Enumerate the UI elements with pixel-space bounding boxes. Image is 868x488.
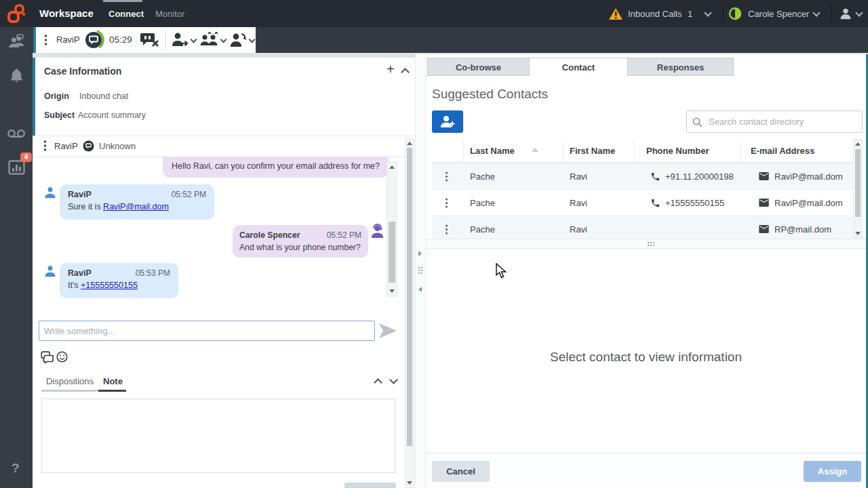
inbound-calls-label[interactable]: Inbound Calls [628,9,682,19]
scroll-up-icon[interactable] [407,142,412,145]
interaction-toolbar: RaviP 05:29 [33,27,256,53]
tab-underline-active [98,390,126,392]
interaction-menu-kebab-icon[interactable] [44,35,47,45]
scroll-down-icon[interactable] [389,289,395,293]
chat-scrollbar[interactable] [387,161,397,297]
row-menu-kebab-icon[interactable] [445,198,448,208]
app-title: Workspace [39,7,94,19]
table-scrollbar[interactable] [853,139,863,239]
col-header-phone[interactable]: Phone Number [646,146,709,156]
phone-icon [650,171,660,182]
voicemail-icon[interactable] [7,128,26,140]
consult-chevron-icon[interactable] [249,37,256,43]
empty-state-text: Select contact to view information [426,350,866,365]
chat-party-status: Unknown [99,141,136,151]
row-menu-kebab-icon[interactable] [445,171,448,182]
panel-footer: Cancel Assign [426,453,866,488]
toolbar-separator [165,30,166,49]
client-avatar-icon [43,264,57,278]
interaction-party-name: RaviP [56,35,80,45]
scroll-down-icon[interactable] [407,481,412,485]
splitter-grip-icon[interactable] [418,267,420,268]
send-icon[interactable] [377,321,399,340]
conference-icon[interactable] [199,32,220,49]
collapse-right-icon[interactable] [418,251,422,256]
table-row[interactable]: Pache Ravi RP@mail.dom [432,216,853,239]
user-menu-chevron-icon[interactable] [812,9,820,16]
transfer-chevron-icon[interactable] [191,37,197,43]
case-info-add-icon[interactable]: + [387,62,395,77]
notifications-bell-icon[interactable] [9,66,24,84]
chat-message-text: It's [68,281,81,290]
row-menu-kebab-icon[interactable] [445,224,448,235]
divider [33,136,415,136]
tab-responses[interactable]: Responses [627,58,734,76]
scroll-up-icon[interactable] [389,165,395,169]
note-textarea[interactable] [41,399,395,473]
inbound-calls-chevron-icon[interactable] [704,9,711,16]
transfer-icon[interactable] [171,32,189,49]
panel-scrollbar[interactable] [405,138,414,488]
chat-message-input[interactable] [39,321,375,341]
cell-phone: +91.11.20000198 [665,171,734,182]
table-row[interactable]: Pache Ravi +91.11.20000198 RaviP@mail.do… [432,163,853,190]
agent-profile-icon[interactable] [838,6,853,21]
client-avatar-icon [43,186,57,199]
chat-scrollbar-thumb[interactable] [389,222,395,283]
help-button[interactable]: ? [12,461,20,476]
conference-chevron-icon[interactable] [220,37,227,43]
tab-note[interactable]: Note [103,376,123,386]
col-header-first-name[interactable]: First Name [570,146,615,156]
interaction-panel: Case Information + Origin Inbound chat S… [33,58,415,488]
top-nav: Workspace Connect Monitor Inbound Calls … [0,0,868,27]
panel-splitter-vertical[interactable] [415,54,426,488]
agent-avatar-icon [370,222,385,239]
col-header-last-name[interactable]: Last Name [470,146,515,156]
table-scrollbar-thumb[interactable] [855,149,861,217]
col-header-email[interactable]: E-mail Address [751,146,814,156]
collapse-left-icon[interactable] [418,287,422,292]
search-icon [692,117,703,128]
performance-icon[interactable] [8,160,25,175]
table-row[interactable]: Pache Ravi +15555550155 RaviP@mail.dom [432,190,853,216]
panel-scrollbar-thumb[interactable] [407,148,412,446]
scroll-up-icon[interactable] [855,142,861,146]
tab-cobrowse[interactable]: Co-browse [427,58,530,76]
chat-message-author: RaviP [68,190,92,199]
save-note-button-partial[interactable] [344,483,396,488]
cell-first-name: Ravi [570,198,587,208]
cell-email: RaviP@mail.dom [774,198,843,208]
chat-menu-kebab-icon[interactable] [43,140,47,151]
interactions-icon[interactable] [7,34,26,52]
email-link[interactable]: RaviP@mail.dom [103,202,169,211]
chat-message-time: 05:52 PM [327,230,361,240]
chat-party-name: RaviP [54,141,78,151]
notes-collapse-up-icon[interactable] [374,378,382,387]
genesys-logo-icon[interactable] [6,3,26,24]
chat-message-text: Hello Ravi, can you confirm your email a… [172,161,380,171]
tab-connect[interactable]: Connect [108,9,144,19]
tab-dispositions[interactable]: Dispositions [46,376,94,386]
contacts-table: Last Name First Name Phone Number E-mail… [432,139,853,239]
cancel-button[interactable]: Cancel [432,461,490,482]
tab-monitor[interactable]: Monitor [155,9,184,19]
sort-ascending-icon[interactable] [532,148,538,152]
emoji-icon[interactable] [56,351,68,363]
email-icon [759,225,769,233]
splitter-grip-icon[interactable] [648,242,649,243]
consult-icon[interactable] [228,32,247,49]
profile-menu-chevron-icon[interactable] [855,9,863,16]
notes-collapse-down-icon[interactable] [389,375,398,384]
end-chat-icon[interactable] [139,32,161,49]
user-name[interactable]: Carole Spencer [748,9,809,19]
phone-link[interactable]: +15555550155 [81,281,138,290]
canned-responses-icon[interactable] [41,351,54,363]
add-contact-button[interactable] [432,110,463,133]
panel-splitter-horizontal[interactable] [426,239,866,249]
chat-message-time: 05:53 PM [136,268,170,278]
assign-button[interactable]: Assign [804,461,861,482]
contact-search-input[interactable] [686,110,863,133]
scroll-down-icon[interactable] [855,232,861,235]
tab-contact[interactable]: Contact [529,58,628,76]
case-info-collapse-icon[interactable] [401,68,410,77]
